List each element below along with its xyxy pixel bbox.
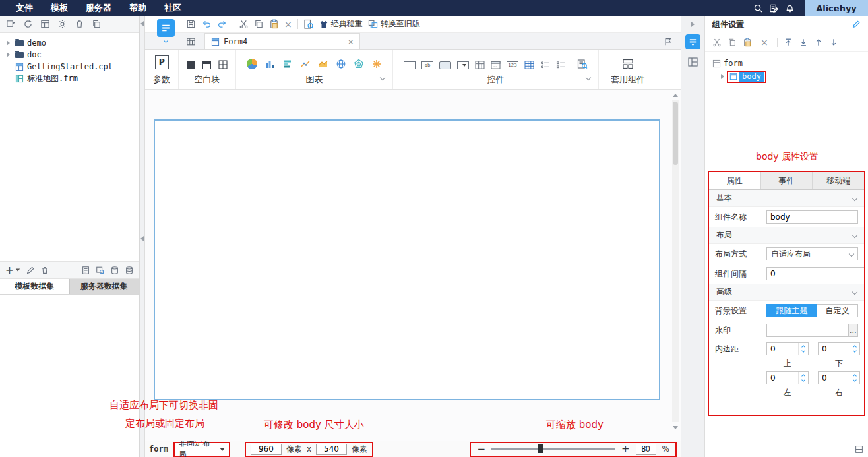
layout-panel-toggle[interactable] bbox=[687, 57, 698, 67]
tab-attributes[interactable]: 属性 bbox=[709, 172, 761, 189]
delete-component-icon[interactable]: × bbox=[760, 38, 768, 47]
pie-chart-icon[interactable] bbox=[247, 59, 257, 69]
template-grid-icon[interactable] bbox=[40, 19, 50, 29]
chevron-right-icon[interactable] bbox=[721, 74, 724, 79]
step-up-icon[interactable] bbox=[801, 345, 805, 349]
tree-item-body[interactable]: body bbox=[712, 70, 861, 83]
menu-file[interactable]: 文件 bbox=[16, 2, 33, 14]
convert-old-button[interactable]: 转换至旧版 bbox=[368, 18, 420, 30]
panel-corner-icon[interactable] bbox=[855, 445, 863, 454]
preview-icon[interactable] bbox=[303, 19, 314, 30]
save-icon[interactable] bbox=[186, 19, 196, 29]
form-body-canvas[interactable] bbox=[154, 119, 660, 400]
collapse-left-icon[interactable] bbox=[140, 21, 144, 26]
textarea-icon[interactable]: ab bbox=[421, 61, 433, 69]
db-table-icon[interactable] bbox=[110, 266, 119, 275]
cut-icon[interactable] bbox=[239, 19, 249, 29]
close-tab-icon[interactable]: × bbox=[348, 37, 354, 46]
bg-follow-theme-button[interactable]: 跟随主题 bbox=[766, 304, 817, 317]
textfield-icon[interactable] bbox=[404, 61, 416, 69]
body-height-input[interactable] bbox=[316, 444, 347, 455]
sidebar-splitter[interactable] bbox=[140, 16, 145, 457]
pin-tab-icon[interactable] bbox=[664, 37, 673, 46]
report-block-icon[interactable] bbox=[524, 61, 534, 69]
zoom-in-button[interactable]: + bbox=[621, 444, 630, 454]
move-down-icon[interactable] bbox=[829, 38, 838, 47]
tree-item-map-frm[interactable]: 标准地图.frm bbox=[0, 73, 139, 84]
map-chart-icon[interactable] bbox=[336, 59, 346, 69]
padding-top-stepper[interactable] bbox=[766, 342, 809, 355]
area-chart-icon[interactable] bbox=[318, 59, 328, 69]
padding-left-input[interactable] bbox=[767, 372, 798, 384]
padding-right-input[interactable] bbox=[819, 372, 850, 384]
padding-bottom-stepper[interactable] bbox=[818, 342, 860, 355]
padding-right-stepper[interactable] bbox=[818, 371, 860, 384]
layout-mode-select[interactable]: 自适应布局 bbox=[766, 247, 858, 260]
refresh-icon[interactable] bbox=[23, 19, 33, 29]
step-up-icon[interactable] bbox=[853, 374, 857, 378]
bar-chart-icon[interactable] bbox=[282, 59, 293, 69]
collapse-right-icon[interactable] bbox=[691, 22, 695, 27]
chevron-right-icon[interactable] bbox=[7, 52, 10, 57]
cut-icon[interactable] bbox=[712, 38, 722, 47]
section-layout[interactable]: 布局 bbox=[709, 227, 864, 244]
grid-view-icon[interactable] bbox=[186, 37, 196, 46]
component-name-input[interactable] bbox=[766, 210, 858, 224]
copy-icon[interactable] bbox=[254, 19, 264, 29]
redo-icon[interactable] bbox=[217, 19, 228, 29]
scroll-down-icon[interactable] bbox=[671, 423, 679, 431]
scroll-up-icon[interactable] bbox=[671, 91, 679, 99]
canvas-vertical-scrollbar[interactable] bbox=[671, 91, 680, 431]
step-up-icon[interactable] bbox=[853, 345, 857, 349]
padding-left-stepper[interactable] bbox=[766, 371, 809, 384]
tab-template-dataset[interactable]: 模板数据集 bbox=[0, 279, 70, 294]
search-dataset-icon[interactable] bbox=[96, 266, 105, 275]
bg-custom-button[interactable]: 自定义 bbox=[817, 304, 858, 317]
watermark-more-button[interactable]: … bbox=[849, 324, 858, 337]
title-block-icon[interactable] bbox=[202, 61, 211, 69]
add-dataset-button[interactable]: + bbox=[5, 264, 20, 276]
zoom-slider-handle[interactable] bbox=[538, 444, 543, 453]
watermark-input[interactable] bbox=[766, 324, 849, 337]
more-chart-icon[interactable] bbox=[371, 59, 382, 69]
stored-procedure-icon[interactable] bbox=[125, 266, 134, 275]
edit-pencil-icon[interactable] bbox=[852, 20, 861, 29]
scrollbar-thumb[interactable] bbox=[673, 102, 678, 165]
move-top-icon[interactable] bbox=[784, 38, 793, 47]
duplicate-icon[interactable] bbox=[92, 19, 102, 29]
layout-mode-dropdown[interactable]: 非固定布局 bbox=[173, 442, 230, 457]
new-template-icon[interactable] bbox=[6, 19, 16, 29]
edit-dataset-icon[interactable] bbox=[26, 266, 35, 275]
feedback-icon[interactable] bbox=[769, 3, 779, 13]
step-up-icon[interactable] bbox=[801, 374, 805, 378]
checkbox-group-icon[interactable] bbox=[556, 61, 566, 69]
component-gap-input[interactable] bbox=[767, 268, 864, 280]
step-down-icon[interactable] bbox=[801, 349, 805, 353]
component-gap-stepper[interactable] bbox=[766, 267, 864, 280]
checkbox-grid-icon[interactable] bbox=[475, 61, 485, 69]
datepicker-icon[interactable] bbox=[491, 61, 501, 69]
step-down-icon[interactable] bbox=[853, 349, 857, 353]
move-bottom-icon[interactable] bbox=[799, 38, 808, 47]
search-icon[interactable] bbox=[753, 3, 763, 13]
delete-template-icon[interactable] bbox=[75, 19, 84, 29]
radio-group-icon[interactable] bbox=[540, 61, 550, 69]
column-chart-icon[interactable] bbox=[264, 59, 275, 69]
chevron-down-icon[interactable] bbox=[380, 75, 385, 80]
step-down-icon[interactable] bbox=[853, 378, 857, 382]
tree-item-form[interactable]: form bbox=[712, 57, 861, 70]
parameter-pane-icon[interactable]: P bbox=[155, 55, 169, 69]
body-width-input[interactable] bbox=[251, 444, 282, 455]
notification-icon[interactable] bbox=[785, 3, 795, 13]
combobox-icon[interactable] bbox=[457, 61, 469, 69]
tree-item-demo[interactable]: demo bbox=[0, 37, 139, 49]
padding-bottom-input[interactable] bbox=[819, 343, 850, 355]
delete-icon[interactable]: × bbox=[284, 20, 292, 29]
button-icon[interactable] bbox=[439, 61, 451, 69]
menu-help[interactable]: 帮助 bbox=[129, 2, 146, 14]
zoom-slider[interactable] bbox=[491, 448, 615, 450]
component-settings-toggle[interactable] bbox=[685, 34, 700, 49]
paste-icon[interactable] bbox=[269, 19, 279, 29]
copy-icon[interactable] bbox=[728, 38, 737, 47]
tab-mobile[interactable]: 移动端 bbox=[813, 172, 864, 189]
